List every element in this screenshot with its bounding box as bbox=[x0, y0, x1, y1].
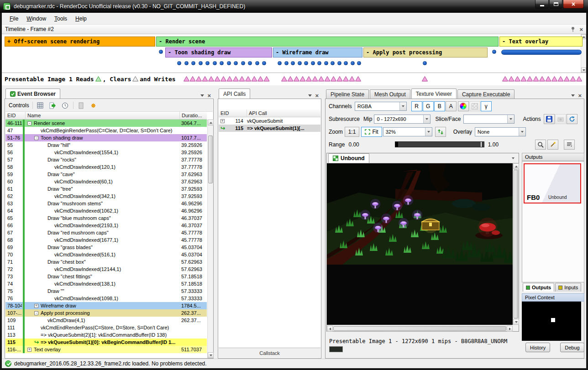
custom-shader-button[interactable] bbox=[458, 101, 469, 111]
scroll-up-icon[interactable] bbox=[513, 163, 519, 169]
event-row[interactable]: 61Draw "tree"37.92593 bbox=[5, 185, 207, 193]
zoom-range-button[interactable] bbox=[535, 140, 546, 150]
tab-texture-viewer[interactable]: Texture Viewer bbox=[411, 89, 457, 99]
menu-tools[interactable]: Tools bbox=[50, 14, 71, 24]
panel-close-icon[interactable]: × bbox=[207, 93, 211, 99]
tab-capture-executable[interactable]: Capture Executable bbox=[457, 89, 514, 99]
event-row[interactable]: 113=> vkQueueSubmit(2)[1]: vkEndCommandB… bbox=[5, 331, 207, 339]
panel-close-icon[interactable]: × bbox=[578, 93, 582, 99]
texture-canvas[interactable] bbox=[327, 163, 513, 325]
mip-select[interactable]: 0 - 1272x690 bbox=[374, 115, 430, 124]
event-row[interactable]: 67Draw "red mushroom caps"45.77778 bbox=[5, 229, 207, 236]
texture-list-chevron-icon[interactable] bbox=[509, 155, 517, 162]
zoom-input[interactable]: 32% bbox=[383, 127, 432, 136]
tab-event-browser[interactable]: Event Browser bbox=[5, 89, 60, 99]
range-black-handle[interactable] bbox=[395, 142, 398, 147]
event-row[interactable]: 51-76-Toon shading draw1017.7... bbox=[5, 134, 207, 141]
timeline-draw-dot[interactable] bbox=[351, 61, 355, 65]
event-row[interactable]: 69Draw "grass blades"45.03704 bbox=[5, 244, 207, 251]
tree-expander[interactable]: + bbox=[220, 119, 225, 123]
timeline-draw-dot[interactable] bbox=[311, 61, 315, 65]
timeline-section-bar[interactable]: - Text overlay bbox=[499, 36, 583, 47]
panel-menu-icon[interactable] bbox=[571, 94, 575, 97]
timeline-draw-dot[interactable] bbox=[291, 61, 295, 65]
column-name[interactable]: Name bbox=[26, 112, 180, 119]
texture-tab-unbound[interactable]: Unbound bbox=[328, 153, 369, 163]
tab-inputs[interactable]: Inputs bbox=[555, 283, 581, 292]
scroll-down-icon[interactable] bbox=[208, 352, 214, 358]
event-row[interactable]: 62vkCmdDrawIndexed(342,1)37.92593 bbox=[5, 193, 207, 200]
timeline-draw-dot[interactable] bbox=[331, 61, 335, 65]
tree-expander[interactable]: - bbox=[34, 311, 38, 315]
column-api-call[interactable]: API Call bbox=[247, 109, 320, 117]
timeline-section-bar[interactable]: - Wireframe draw bbox=[273, 47, 362, 57]
save-texture-button[interactable] bbox=[544, 114, 555, 124]
event-row[interactable]: 71Draw "chest box"57.62963 bbox=[5, 258, 207, 266]
event-row[interactable]: 107-...-Apply post processing262.37... bbox=[5, 309, 207, 317]
panel-menu-icon[interactable] bbox=[200, 94, 204, 97]
scroll-down-icon[interactable] bbox=[513, 319, 519, 325]
timeline-draw-dot[interactable] bbox=[184, 61, 189, 65]
timeline-draw-dot[interactable] bbox=[205, 61, 210, 65]
timeline-section-bar[interactable]: - Toon shading draw bbox=[165, 47, 272, 57]
event-row[interactable]: 46-111-Render scene3064.7... bbox=[5, 120, 207, 127]
range-white-handle[interactable] bbox=[481, 142, 482, 147]
event-row[interactable]: 73Draw "chest fittings"57.18518 bbox=[5, 273, 207, 280]
scroll-down-icon[interactable] bbox=[581, 68, 586, 73]
event-row[interactable]: 78-104+Wireframe draw1784.5... bbox=[5, 302, 207, 309]
column-duration[interactable]: Duratio... bbox=[180, 112, 207, 119]
tab-outputs[interactable]: Outputs bbox=[523, 283, 554, 292]
toolbar-overflow-button[interactable] bbox=[564, 140, 575, 150]
bookmark-button[interactable] bbox=[77, 101, 86, 110]
timeline-draw-dot[interactable] bbox=[191, 61, 195, 65]
timeline-draw-dot[interactable] bbox=[317, 61, 321, 65]
api-call-row[interactable]: ↪115=> vkQueueSubmit(1)[... bbox=[219, 125, 320, 132]
timeline-section-bar[interactable]: - Apply post processing bbox=[363, 47, 488, 57]
timeline-draw-dot[interactable] bbox=[423, 61, 427, 65]
tree-expander[interactable]: - bbox=[27, 121, 31, 125]
timeline-draw-dot[interactable] bbox=[344, 61, 348, 65]
tab-pipeline-state[interactable]: Pipeline State bbox=[326, 89, 369, 99]
timeline-draw-dot[interactable] bbox=[159, 50, 163, 54]
event-row[interactable]: 57Draw "rocks"37.77778 bbox=[5, 156, 207, 163]
timeline-close-icon[interactable]: × bbox=[579, 26, 583, 32]
event-row[interactable]: 59Draw "cave"37.62963 bbox=[5, 171, 207, 178]
channel-r-button[interactable]: R bbox=[411, 101, 422, 111]
panel-menu-icon[interactable] bbox=[308, 94, 312, 97]
timeline-draw-dot[interactable] bbox=[304, 61, 308, 65]
event-row[interactable]: 115↪=> vkQueueSubmit(1)[0]: vkBeginComma… bbox=[5, 339, 207, 346]
menu-file[interactable]: File bbox=[5, 14, 22, 24]
texture-vscrollbar[interactable] bbox=[513, 163, 519, 325]
event-row[interactable]: 56vkCmdDrawIndexed(1554,1)39.25926 bbox=[5, 149, 207, 156]
fb0-thumbnail[interactable]: FB0 Unbound bbox=[524, 163, 581, 203]
timeline-draw-dot[interactable] bbox=[492, 50, 496, 54]
close-button[interactable]: × bbox=[563, 0, 584, 9]
event-row[interactable]: 75Draw ""57.33333 bbox=[5, 287, 207, 295]
channel-g-button[interactable]: G bbox=[423, 101, 434, 111]
scrollbar-thumb[interactable] bbox=[208, 135, 213, 183]
timeline-draw-dot[interactable] bbox=[177, 61, 181, 65]
channels-select[interactable]: RGBA bbox=[355, 102, 407, 111]
timeline-draw-dot[interactable] bbox=[227, 61, 231, 65]
gamma-button[interactable]: γ bbox=[481, 101, 492, 111]
scrollbar-thumb[interactable] bbox=[333, 326, 506, 331]
time-durations-button[interactable] bbox=[61, 101, 70, 110]
timeline-draw-dot[interactable] bbox=[357, 61, 361, 65]
zoom-fit-button[interactable]: Fit bbox=[361, 127, 382, 137]
overlay-select[interactable]: None bbox=[475, 127, 526, 136]
event-row[interactable]: 74vkCmdDrawIndexed(138,1)57.18518 bbox=[5, 280, 207, 287]
scroll-up-icon[interactable] bbox=[208, 120, 214, 125]
scrollbar-thumb[interactable] bbox=[514, 170, 518, 318]
event-row[interactable]: 116-...+Text overlay511.7037 bbox=[5, 346, 207, 353]
timeline-draw-dot[interactable] bbox=[248, 61, 252, 65]
event-row[interactable]: 63Draw "mushroom stems"46.96296 bbox=[5, 200, 207, 207]
timeline-draw-dot[interactable] bbox=[220, 61, 224, 65]
timeline-draw-dot[interactable] bbox=[337, 61, 341, 65]
event-row[interactable]: 64vkCmdDrawIndexed(1062,1)46.96296 bbox=[5, 207, 207, 214]
tree-expander[interactable]: + bbox=[27, 348, 31, 352]
alpha-checker-button[interactable] bbox=[469, 101, 480, 111]
timeline-draw-dot[interactable] bbox=[298, 61, 302, 65]
timeline-draw-dot[interactable] bbox=[284, 61, 289, 65]
timeline-section-bar[interactable]: + Off-screen scene rendering bbox=[5, 36, 155, 47]
debug-button[interactable]: Debug bbox=[560, 343, 584, 352]
